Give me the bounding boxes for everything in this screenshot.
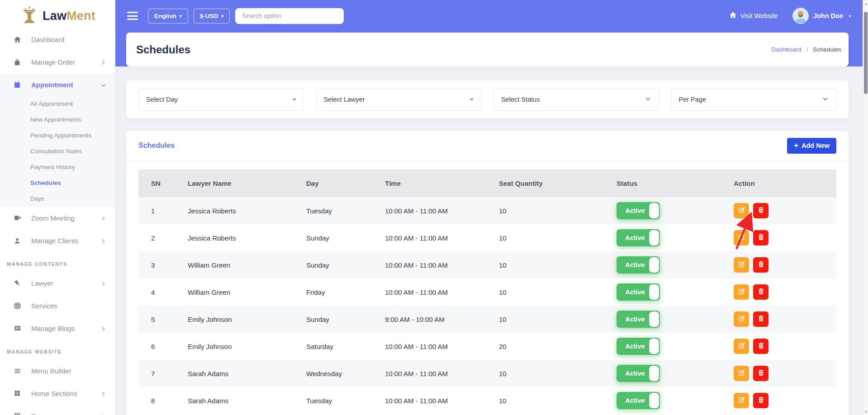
select-lawyer-dropdown[interactable]: Select Lawyer [316, 88, 482, 111]
caret-down-icon [293, 99, 296, 101]
per-page-dropdown[interactable]: Per Page [671, 88, 837, 111]
delete-button[interactable] [753, 393, 768, 408]
scrollbar-thumb[interactable] [864, 12, 868, 94]
delete-button[interactable] [753, 203, 768, 218]
time-cell: 10:00 AM - 11:00 AM [385, 333, 499, 360]
column-header-day: Day [306, 170, 385, 197]
column-header-sn: SN [138, 170, 188, 197]
edit-pencil-icon [738, 342, 745, 351]
language-dropdown[interactable]: English▾ [148, 9, 188, 24]
status-cell: Active [617, 360, 734, 387]
lawyer-name-cell: Sarah Adams [188, 387, 306, 414]
edit-button[interactable] [734, 284, 749, 300]
grid9-icon [14, 412, 21, 415]
sidebar-item-home-sections[interactable]: Home Sections [0, 382, 115, 405]
sidebar-item-pages[interactable]: Pages [0, 405, 115, 415]
sidebar-item-manage-blogs[interactable]: Manage Blogs [0, 317, 115, 340]
edit-button[interactable] [734, 257, 749, 273]
delete-button[interactable] [753, 339, 768, 354]
edit-pencil-icon [738, 369, 745, 378]
page-header-card: Schedules Dashboard / Schedules [126, 33, 849, 66]
add-new-button[interactable]: + Add New [787, 138, 836, 154]
edit-button[interactable] [734, 393, 749, 408]
sidebar-item-zoom-meeting[interactable]: Zoom Meeting [0, 207, 115, 229]
sidebar-subitem-days[interactable]: Days [0, 191, 115, 207]
filter-card: Select Day Select Lawyer Select Status P… [126, 80, 849, 118]
delete-button[interactable] [753, 366, 768, 381]
vertical-scrollbar[interactable]: ▲ ▼ [863, 0, 868, 415]
sidebar-item-manage-order[interactable]: Manage Order [0, 51, 115, 73]
visit-website-link[interactable]: Visit Website [729, 11, 778, 20]
status-toggle[interactable]: Active [617, 311, 660, 328]
sidebar-item-appointment[interactable]: Appointment [0, 73, 115, 96]
table-row: 5Emily JohnsonSunday9:00 AM - 10:00 AM10… [138, 306, 836, 333]
column-header-status: Status [617, 170, 734, 197]
sidebar-subitem-pending-appointments[interactable]: Pending Appointments [0, 127, 115, 143]
caret-down-icon[interactable]: ▾ [849, 14, 851, 19]
status-toggle[interactable]: Active [617, 283, 660, 301]
delete-button[interactable] [753, 230, 768, 245]
toggle-knob [649, 257, 659, 273]
chevron-right-icon [100, 325, 106, 331]
sidebar-subitem-schedules[interactable]: Schedules [0, 175, 115, 191]
sidebar-subitem-consultation-notes[interactable]: Consultation Notes [0, 143, 115, 159]
edit-button[interactable] [734, 230, 749, 245]
gavel-icon [14, 279, 21, 287]
edit-pencil-icon [738, 288, 745, 297]
status-cell: Active [617, 224, 734, 251]
seat-quantity-cell: 10 [499, 197, 617, 224]
sidebar-item-menu-builder[interactable]: Menu Builder [0, 359, 115, 382]
trash-icon [757, 342, 765, 351]
table-row: 8Sarah AdamsTuesday10:00 AM - 11:00 AM10… [138, 387, 836, 414]
sidebar-subitem-all-appointment[interactable]: All Appointment [0, 96, 115, 112]
sidebar-heading-manage-contents: MANAGE CONTENTS [0, 252, 115, 272]
table-header: SNLawyer NameDayTimeSeat QuantityStatusA… [138, 170, 836, 197]
delete-button[interactable] [753, 284, 768, 300]
edit-button[interactable] [734, 203, 749, 218]
edit-button[interactable] [734, 339, 749, 354]
delete-button[interactable] [753, 257, 768, 273]
status-toggle[interactable]: Active [617, 365, 660, 382]
schedules-card: Schedules + Add New SNLawyer NameDayTime… [126, 131, 849, 415]
search-input[interactable] [235, 8, 344, 24]
scroll-down-arrow[interactable]: ▼ [863, 410, 868, 413]
status-toggle[interactable]: Active [617, 202, 660, 219]
status-toggle[interactable]: Active [617, 338, 660, 355]
lawyer-name-cell: Jessica Roberts [188, 197, 306, 224]
time-cell: 10:00 AM - 11:00 AM [385, 251, 499, 278]
sidebar-item-lawyer[interactable]: Lawyer [0, 272, 115, 294]
lawyer-name-cell: Emily Johnson [188, 306, 306, 333]
status-toggle[interactable]: Active [617, 256, 660, 274]
sidebar-subitem-new-appointments[interactable]: New Appointments [0, 112, 115, 127]
status-cell: Active [617, 251, 734, 278]
brand-logo[interactable]: LawMent [0, 0, 115, 28]
topbar: English▾ $-USD▾ Visit Website John D [115, 0, 863, 32]
sidebar-item-dashboard[interactable]: Dashboard [0, 28, 115, 51]
sidebar-item-manage-clients[interactable]: Manage Clients [0, 229, 115, 252]
sn-cell: 3 [138, 251, 188, 278]
day-cell: Saturday [306, 333, 385, 360]
status-toggle[interactable]: Active [617, 392, 660, 409]
sidebar-item-services[interactable]: Services [0, 294, 115, 317]
breadcrumb-dashboard-link[interactable]: Dashboard [772, 46, 802, 53]
table-row: 2Jessica RobertsSunday10:00 AM - 11:00 A… [138, 224, 836, 251]
caret-down-icon [470, 99, 474, 101]
select-day-dropdown[interactable]: Select Day [138, 88, 304, 111]
edit-button[interactable] [734, 311, 749, 327]
breadcrumb-current: Schedules [813, 46, 841, 53]
action-cell [734, 224, 836, 251]
delete-button[interactable] [753, 311, 768, 327]
user-name[interactable]: John Doe [813, 12, 843, 19]
scroll-up-arrow[interactable]: ▲ [863, 2, 868, 5]
status-toggle[interactable]: Active [617, 229, 660, 246]
currency-dropdown[interactable]: $-USD▾ [194, 9, 230, 24]
select-status-dropdown[interactable]: Select Status [493, 88, 659, 111]
hamburger-menu-icon[interactable] [127, 10, 138, 22]
avatar[interactable] [792, 8, 809, 24]
time-cell: 10:00 AM - 11:00 AM [385, 278, 499, 306]
sidebar-subitem-payment-history[interactable]: Payment History [0, 159, 115, 175]
home-icon [729, 11, 737, 20]
edit-button[interactable] [734, 366, 749, 381]
toggle-knob [649, 366, 659, 381]
action-cell [734, 278, 836, 306]
